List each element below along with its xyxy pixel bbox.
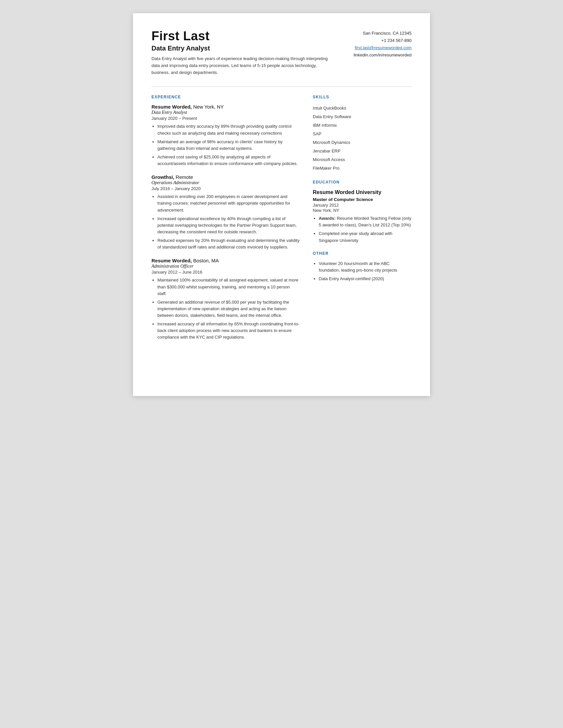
edu-date: January 2012 [313,203,412,208]
experience-heading: EXPERIENCE [151,95,300,99]
bullet-3-1: Maintained 100% accountability of all as… [157,277,300,297]
job-block-3: Resume Worded, Boston, MA Administration… [151,258,300,341]
skills-list: Intuit QuickBooks Data Entry Software IB… [313,104,412,173]
edu-bullets: Awards: Resume Worded Teaching Fellow (o… [313,215,412,244]
bullet-3-2: Generated an additional revenue of $5,00… [157,299,300,319]
job-bullets-2: Assisted in enrolling over 200 employees… [151,193,300,250]
skill-3: IBM Informix [313,121,412,130]
education-heading: EDUCATION [313,180,412,184]
resume-page: First Last Data Entry Analyst Data Entry… [133,13,430,396]
company-line-2: Growthsi, Remote [151,174,300,180]
contact-info: San Francisco, CA 12345 +1 234 567-890 f… [353,30,412,59]
header-left: First Last Data Entry Analyst Data Entry… [151,29,353,76]
edu-bullet-2: Completed one-year study abroad with Sin… [319,230,412,244]
job-bullets-3: Maintained 100% accountability of all as… [151,277,300,341]
job-dates-3: January 2012 – June 2016 [151,270,300,275]
experience-column: EXPERIENCE Resume Worded, New York, NY D… [151,94,300,348]
skill-2: Data Entry Software [313,113,412,121]
awards-label: Awards: [319,216,336,221]
other-bullets: Volunteer 20 hours/month at the ABC foun… [313,260,412,282]
bullet-2-1: Assisted in enrolling over 200 employees… [157,193,300,213]
bullet-2-2: Increased operational excellence by 40% … [157,215,300,235]
job-role-1: Data Entry Analyst [151,110,300,115]
bullet-1-3: Achieved cost saving of $25,000 by analy… [157,154,300,167]
header-divider [151,86,412,87]
contact-address: San Francisco, CA 12345 [353,30,412,37]
job-block-2: Growthsi, Remote Operations Administrato… [151,174,300,250]
education-section: EDUCATION Resume Worded University Maste… [313,180,412,244]
bullet-1-1: Improved data entry accuracy by 89% thro… [157,123,300,136]
skills-heading: SKILLS [313,95,412,99]
other-section: OTHER Volunteer 20 hours/month at the AB… [313,251,412,282]
job-block-1: Resume Worded, New York, NY Data Entry A… [151,104,300,167]
edu-university: Resume Worded University [313,189,412,196]
job-role-3: Administration Officer [151,264,300,269]
company-name-1: Resume Worded, [151,104,192,110]
skill-8: FileMaker Pro [313,164,412,173]
edu-degree: Master of Computer Science [313,197,412,202]
candidate-title: Data Entry Analyst [151,45,353,52]
other-bullet-1: Volunteer 20 hours/month at the ABC foun… [319,260,412,274]
company-location-3: Boston, MA [192,258,219,263]
bullet-2-3: Reduced expenses by 20% through evaluati… [157,237,300,250]
job-bullets-1: Improved data entry accuracy by 89% thro… [151,123,300,167]
job-role-2: Operations Administrator [151,180,300,185]
company-location-2: Remote [174,174,193,180]
right-column: SKILLS Intuit QuickBooks Data Entry Soft… [313,94,412,348]
edu-location: New York, NY [313,208,412,213]
candidate-name: First Last [151,29,353,43]
bullet-1-2: Maintained an average of 98% accuracy in… [157,139,300,152]
skill-4: SAP [313,130,412,138]
main-content: EXPERIENCE Resume Worded, New York, NY D… [151,94,412,348]
bullet-3-3: Increased accuracy of all information by… [157,321,300,341]
contact-email[interactable]: first.last@resumeworded.com [353,44,412,51]
job-dates-1: January 2020 – Present [151,116,300,121]
company-line-1: Resume Worded, New York, NY [151,104,300,110]
company-name-2: Growthsi, [151,174,174,180]
other-bullet-2: Data Entry Analyst-certified (2020) [319,276,412,282]
company-name-3: Resume Worded, [151,258,192,263]
skills-section: SKILLS Intuit QuickBooks Data Entry Soft… [313,95,412,173]
skill-6: Jenzabar ERP [313,147,412,155]
header-section: First Last Data Entry Analyst Data Entry… [151,29,412,76]
skill-1: Intuit QuickBooks [313,104,412,113]
skill-5: Microsoft Dynamics [313,138,412,147]
contact-linkedin: linkedin.com/in/resumeworded [353,51,412,59]
job-dates-2: July 2016 – January 2020 [151,186,300,191]
email-link[interactable]: first.last@resumeworded.com [355,45,412,50]
company-location-1: New York, NY [192,104,224,110]
candidate-summary: Data Entry Analyst with five years of ex… [151,55,330,76]
edu-bullet-1: Awards: Resume Worded Teaching Fellow (o… [319,215,412,228]
other-heading: OTHER [313,251,412,256]
skill-7: Microsoft Access [313,155,412,164]
contact-phone: +1 234 567-890 [353,37,412,44]
company-line-3: Resume Worded, Boston, MA [151,258,300,263]
